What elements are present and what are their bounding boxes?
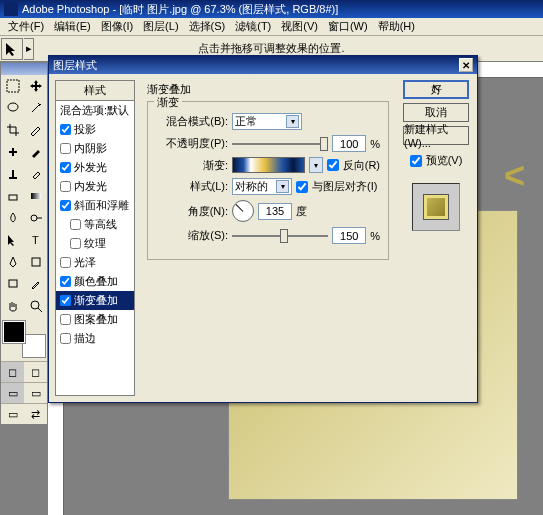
slice-tool[interactable] [24,119,47,141]
style-item-2[interactable]: 内阴影 [56,139,134,158]
scale-input[interactable] [332,227,366,244]
type-tool[interactable]: T [24,229,47,251]
menu-view[interactable]: 视图(V) [277,18,322,35]
menu-layer[interactable]: 图层(L) [139,18,182,35]
path-tool[interactable] [1,229,24,251]
crop-tool[interactable] [1,119,24,141]
style-item-3[interactable]: 外发光 [56,158,134,177]
screen-standard-icon[interactable]: ▭ [1,383,24,403]
preview-label: 预览(V) [426,153,463,168]
notes-tool[interactable] [1,273,24,295]
history-brush-tool[interactable] [24,163,47,185]
group-title: 渐变 [154,95,182,110]
dodge-tool[interactable] [24,207,47,229]
angle-dial[interactable] [232,200,254,222]
scale-slider[interactable] [232,229,328,243]
close-icon[interactable]: ✕ [459,58,473,72]
style-checkbox[interactable] [60,181,71,192]
ok-button[interactable]: 好↖ [403,80,469,99]
style-label: 纹理 [84,236,106,251]
style-item-0[interactable]: 混合选项:默认 [56,101,134,120]
menu-window[interactable]: 窗口(W) [324,18,372,35]
menu-image[interactable]: 图像(I) [97,18,137,35]
style-checkbox[interactable] [70,219,81,230]
brush-tool[interactable] [24,141,47,163]
style-item-7[interactable]: 纹理 [56,234,134,253]
dialog-title-bar[interactable]: 图层样式 ✕ [49,56,477,74]
opacity-label: 不透明度(P): [156,136,228,151]
style-item-5[interactable]: 斜面和浮雕 [56,196,134,215]
zoom-tool[interactable] [24,295,47,317]
preview-checkbox[interactable] [410,155,422,167]
quickmask-mode-icon[interactable]: ◻ [24,362,47,382]
style-checkbox[interactable] [60,295,71,306]
standard-mode-icon[interactable]: ◻ [1,362,24,382]
align-checkbox[interactable] [296,181,308,193]
lasso-tool[interactable] [1,97,24,119]
new-style-button[interactable]: 新建样式(W)... [403,126,469,145]
style-item-8[interactable]: 光泽 [56,253,134,272]
style-item-10[interactable]: 渐变叠加 [56,291,134,310]
imageready-icon[interactable]: ⇄ [24,404,47,424]
wand-tool[interactable] [24,97,47,119]
style-checkbox[interactable] [60,276,71,287]
style-item-9[interactable]: 颜色叠加 [56,272,134,291]
style-label: 投影 [74,122,96,137]
menu-file[interactable]: 文件(F) [4,18,48,35]
menu-edit[interactable]: 编辑(E) [50,18,95,35]
gradient-dropdown-icon[interactable]: ▾ [309,157,323,173]
reverse-label: 反向(R) [343,158,380,173]
eyedropper-tool[interactable] [24,273,47,295]
blend-mode-select[interactable]: 正常▾ [232,113,302,130]
gradient-preview[interactable] [232,157,305,173]
hand-tool[interactable] [1,295,24,317]
svg-rect-6 [9,195,17,200]
opacity-slider[interactable] [232,137,328,151]
tool-flyout-icon[interactable]: ▸ [24,38,34,60]
style-item-12[interactable]: 描边 [56,329,134,348]
angle-input[interactable] [258,203,292,220]
move-tool[interactable] [24,75,47,97]
eraser-tool[interactable] [1,185,24,207]
style-label: 光泽 [74,255,96,270]
style-item-1[interactable]: 投影 [56,120,134,139]
background-color[interactable] [23,335,45,357]
pen-tool[interactable] [1,251,24,273]
style-item-4[interactable]: 内发光 [56,177,134,196]
svg-rect-11 [32,258,40,266]
cancel-button[interactable]: 取消 [403,103,469,122]
style-label: 内发光 [74,179,107,194]
style-checkbox[interactable] [70,238,81,249]
style-checkbox[interactable] [60,162,71,173]
screen-full-menu-icon[interactable]: ▭ [24,383,47,403]
canvas-graphic: < [504,155,525,197]
style-checkbox[interactable] [60,143,71,154]
shape-tool[interactable] [24,251,47,273]
foreground-color[interactable] [3,321,25,343]
menu-filter[interactable]: 滤镜(T) [231,18,275,35]
opacity-input[interactable] [332,135,366,152]
color-swatches [3,321,45,357]
toolbox-title[interactable] [1,63,47,75]
marquee-tool[interactable] [1,75,24,97]
style-item-6[interactable]: 等高线 [56,215,134,234]
reverse-checkbox[interactable] [327,159,339,171]
style-checkbox[interactable] [60,314,71,325]
current-tool-icon[interactable] [1,38,23,60]
style-select[interactable]: 对称的▾ [232,178,292,195]
svg-text:T: T [32,234,39,246]
style-item-11[interactable]: 图案叠加 [56,310,134,329]
style-checkbox[interactable] [60,124,71,135]
style-checkbox[interactable] [60,257,71,268]
blur-tool[interactable] [1,207,24,229]
style-label: 样式(L): [156,179,228,194]
style-checkbox[interactable] [60,333,71,344]
heal-tool[interactable] [1,141,24,163]
menu-select[interactable]: 选择(S) [185,18,230,35]
stamp-tool[interactable] [1,163,24,185]
menu-help[interactable]: 帮助(H) [374,18,419,35]
screen-full-icon[interactable]: ▭ [1,404,24,424]
style-checkbox[interactable] [60,200,71,211]
gradient-tool[interactable] [24,185,47,207]
style-label: 等高线 [84,217,117,232]
